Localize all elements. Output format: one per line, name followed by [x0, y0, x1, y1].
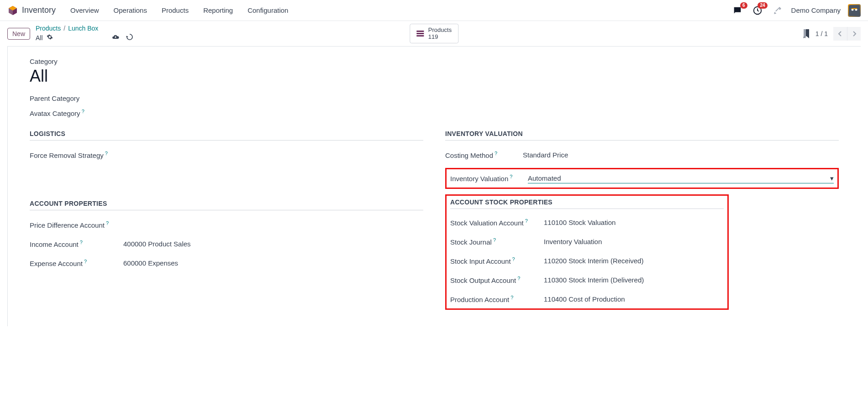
stock-input-value[interactable]: 110200 Stock Interim (Received): [544, 257, 724, 265]
chevron-down-icon: ▾: [830, 174, 834, 183]
breadcrumb-lunchbox-link[interactable]: Lunch Box: [68, 25, 98, 32]
inventory-valuation-section-title: Inventory Valuation: [445, 130, 839, 141]
avatax-label-text: Avatax Category: [30, 110, 80, 117]
force-removal-label-text: Force Removal Strategy: [30, 151, 104, 159]
stock-output-value[interactable]: 110300 Stock Interim (Delivered): [544, 276, 724, 284]
production-help-icon[interactable]: ?: [510, 295, 513, 300]
breadcrumb-sep: /: [63, 25, 65, 32]
inventory-valuation-help-icon[interactable]: ?: [510, 174, 512, 179]
stat-label: Products: [428, 27, 452, 33]
left-column: Logistics Force Removal Strategy? Accoun…: [30, 130, 423, 315]
breadcrumb-top: Products / Lunch Box: [36, 25, 133, 32]
income-account-value[interactable]: 400000 Product Sales: [123, 240, 423, 248]
stock-journal-label-text: Stock Journal: [450, 238, 492, 246]
svg-rect-7: [852, 8, 857, 9]
stock-journal-value[interactable]: Inventory Valuation: [544, 238, 724, 245]
force-removal-row: Force Removal Strategy?: [30, 149, 423, 162]
nav-menu-products[interactable]: Products: [156, 4, 194, 17]
costing-method-value[interactable]: Standard Price: [523, 151, 839, 159]
income-help-icon[interactable]: ?: [80, 240, 83, 245]
stock-journal-row: Stock Journal? Inventory Valuation: [450, 235, 724, 248]
price-diff-help-icon[interactable]: ?: [106, 220, 109, 226]
breadcrumb-products-link[interactable]: Products: [36, 25, 61, 32]
stat-text: Products 119: [428, 27, 452, 40]
parent-category-row: Parent Category: [30, 94, 839, 102]
inventory-valuation-value-wrap: Automated ▾: [528, 173, 834, 183]
income-account-label: Income Account?: [30, 240, 123, 248]
cloud-save-icon[interactable]: [111, 33, 120, 42]
products-stat-button[interactable]: Products 119: [410, 24, 458, 43]
production-account-label: Production Account?: [450, 295, 544, 303]
category-title[interactable]: All: [30, 67, 839, 85]
user-avatar[interactable]: [848, 4, 861, 17]
account-stock-section-title: Account Stock Properties: [450, 198, 724, 209]
nav-menu-operations[interactable]: Operations: [108, 4, 153, 17]
stock-output-help-icon[interactable]: ?: [517, 276, 520, 281]
bookmark-icon[interactable]: [803, 29, 810, 38]
activities-icon[interactable]: 24: [751, 4, 764, 17]
logistics-section-title: Logistics: [30, 130, 423, 141]
force-removal-help-icon[interactable]: ?: [105, 151, 108, 156]
category-label: Category: [30, 57, 839, 65]
inventory-valuation-highlight: Inventory Valuation? Automated ▾: [445, 168, 839, 189]
avatax-help-icon[interactable]: ?: [82, 109, 84, 114]
stock-input-row: Stock Input Account? 110200 Stock Interi…: [450, 255, 724, 267]
company-name[interactable]: Demo Company: [791, 6, 841, 14]
stock-valuation-label-text: Stock Valuation Account: [450, 219, 524, 227]
pager-buttons: [833, 27, 861, 41]
stat-count: 119: [428, 34, 452, 40]
expense-account-row: Expense Account? 600000 Expenses: [30, 257, 423, 270]
right-column: Inventory Valuation Costing Method? Stan…: [445, 130, 839, 315]
inventory-valuation-select[interactable]: Automated ▾: [528, 173, 834, 183]
stock-output-label-text: Stock Output Account: [450, 276, 516, 284]
price-diff-label-text: Price Difference Account: [30, 221, 105, 229]
stock-input-help-icon[interactable]: ?: [512, 256, 515, 262]
price-diff-row: Price Difference Account?: [30, 219, 423, 231]
inventory-valuation-label-text: Inventory Valuation: [450, 175, 508, 183]
avatax-category-row: Avatax Category?: [30, 109, 839, 117]
navbar-right: 6 24 Demo Company: [731, 4, 861, 17]
list-icon: [416, 31, 424, 37]
pager-prev-button[interactable]: [833, 27, 847, 41]
new-button[interactable]: New: [7, 28, 30, 40]
expense-account-value[interactable]: 600000 Expenses: [123, 259, 423, 267]
breadcrumb-actions: [111, 33, 133, 42]
stock-valuation-value[interactable]: 110100 Stock Valuation: [544, 219, 724, 226]
control-panel: New Products / Lunch Box All: [0, 21, 868, 46]
stock-input-label: Stock Input Account?: [450, 256, 544, 265]
income-account-row: Income Account? 400000 Product Sales: [30, 238, 423, 250]
gear-icon[interactable]: [47, 34, 53, 42]
stock-journal-help-icon[interactable]: ?: [493, 237, 496, 243]
production-account-value[interactable]: 110400 Cost of Production: [544, 295, 724, 303]
breadcrumb: Products / Lunch Box All: [36, 25, 133, 42]
costing-method-help-icon[interactable]: ?: [494, 151, 497, 156]
stock-journal-label: Stock Journal?: [450, 237, 544, 246]
svg-rect-4: [849, 5, 860, 16]
app-logo-icon[interactable]: [7, 5, 18, 16]
cp-center: Products 119: [410, 24, 458, 43]
tools-icon[interactable]: [771, 4, 784, 17]
costing-method-row: Costing Method? Standard Price: [445, 149, 839, 162]
messages-icon[interactable]: 6: [731, 4, 744, 17]
expense-help-icon[interactable]: ?: [84, 259, 87, 264]
form-sheet: Category All Parent Category Avatax Cate…: [7, 46, 861, 326]
pager-next-button[interactable]: [847, 27, 861, 41]
production-label-text: Production Account: [450, 296, 509, 303]
discard-icon[interactable]: [126, 33, 133, 42]
inventory-valuation-selected: Automated: [528, 174, 561, 182]
cp-left: New Products / Lunch Box All: [7, 25, 133, 42]
income-label-text: Income Account: [30, 240, 79, 248]
nav-menu-overview[interactable]: Overview: [65, 4, 105, 17]
production-account-row: Production Account? 110400 Cost of Produ…: [450, 293, 724, 306]
stock-valuation-label: Stock Valuation Account?: [450, 218, 544, 227]
pager-text[interactable]: 1 / 1: [815, 30, 828, 37]
stock-input-label-text: Stock Input Account: [450, 257, 511, 265]
parent-category-label: Parent Category: [30, 94, 79, 102]
breadcrumb-all: All: [36, 34, 43, 42]
nav-menu-configuration[interactable]: Configuration: [242, 4, 294, 17]
breadcrumb-bottom: All: [36, 33, 133, 42]
inventory-valuation-label: Inventory Valuation?: [450, 174, 528, 183]
app-name[interactable]: Inventory: [22, 5, 56, 15]
stock-valuation-help-icon[interactable]: ?: [525, 218, 528, 224]
nav-menu-reporting[interactable]: Reporting: [198, 4, 238, 17]
